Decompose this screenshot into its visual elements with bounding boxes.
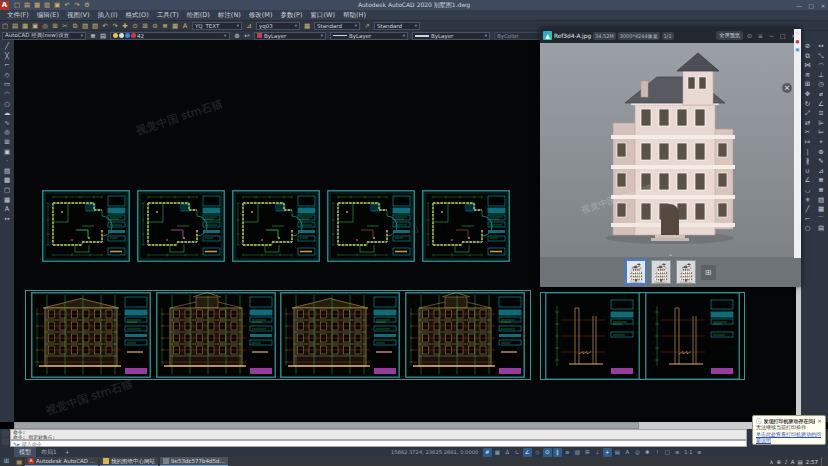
clean-screen-toggle-icon[interactable]: ▢ xyxy=(663,448,672,457)
add-layout-icon[interactable]: + xyxy=(62,447,73,457)
tab-layout1[interactable]: 布局1 xyxy=(36,447,62,457)
array-icon[interactable]: ⊞ xyxy=(803,80,813,90)
open-file-icon[interactable]: ▤ xyxy=(10,21,20,31)
ortho-toggle-icon[interactable]: ∟ xyxy=(513,448,522,457)
tray-expand-icon[interactable]: ∧ xyxy=(770,457,774,466)
hatch-icon[interactable]: ▨ xyxy=(2,167,12,177)
elevation-sheet-2[interactable] xyxy=(156,292,276,378)
command-input[interactable] xyxy=(22,441,746,447)
mark-icon[interactable]: ● xyxy=(796,39,800,44)
new-file-icon[interactable]: ▢ xyxy=(0,21,10,31)
undo-icon[interactable]: ↶ xyxy=(100,21,110,31)
notification-balloon[interactable]: ⓘ 发现打印机驱动存在问题 × 无法继续当前打印操作 单击此处查看打印机驱动的问… xyxy=(752,415,826,445)
viewer-minimize-icon[interactable]: − xyxy=(767,32,776,39)
annotation-monitor-toggle-icon[interactable]: ! xyxy=(653,448,662,457)
menu-item-7[interactable]: 标注(N) xyxy=(214,10,245,20)
dim-angular-icon[interactable]: ∠ xyxy=(816,100,826,110)
elevation-sheet-4[interactable] xyxy=(405,292,525,378)
rotate-icon[interactable]: ↻ xyxy=(803,100,813,110)
taskbar-task-3[interactable]: 9e53dc577b4d5d... xyxy=(160,457,228,466)
redo-icon[interactable]: ↷ xyxy=(110,21,120,31)
menu-item-9[interactable]: 参数(P) xyxy=(276,10,306,20)
thumbnail-grid-icon[interactable]: ⊞ xyxy=(701,265,716,280)
dim-baseline-icon[interactable]: ⊫ xyxy=(816,119,826,129)
break-point-icon[interactable]: ∣ xyxy=(803,148,813,158)
start-button-icon[interactable]: ⊞ xyxy=(0,457,13,466)
paste-icon[interactable]: ▧ xyxy=(80,21,90,31)
volume-icon[interactable]: ♪ xyxy=(784,457,788,466)
fullscreen-preview-button[interactable]: 全屏预览 xyxy=(716,31,743,40)
grid-toggle-icon[interactable]: # xyxy=(483,448,492,457)
dim-style-combo[interactable]: yq03▾ xyxy=(256,22,300,30)
snap-mode-toggle-icon[interactable]: ▦ xyxy=(493,448,502,457)
elevation-sheet-3[interactable] xyxy=(280,292,400,378)
layer-combo[interactable]: 42▾ xyxy=(110,32,230,40)
text-icon[interactable]: A xyxy=(2,205,12,215)
make-block-icon[interactable]: ▣ xyxy=(2,148,12,158)
mleader-style-combo[interactable]: Standard▾ xyxy=(374,22,420,30)
command-history[interactable]: 命令: 命令: 指定对角点: xyxy=(10,429,747,440)
make-current-icon[interactable]: ⊕ xyxy=(232,31,242,41)
plot-preview-icon[interactable]: ◎ xyxy=(40,21,50,31)
revcloud-icon[interactable]: ☁ xyxy=(2,109,12,119)
dim-linear-icon[interactable]: ↔ xyxy=(816,42,826,52)
command-line[interactable]: ✎▸ xyxy=(10,440,747,447)
plan-sheet-1[interactable] xyxy=(42,190,130,262)
table-icon[interactable]: ▦ xyxy=(2,196,12,206)
join-icon[interactable]: ∪ xyxy=(803,167,813,177)
autocad-logo-icon[interactable]: A xyxy=(0,1,9,10)
viewer-edit-panel[interactable]: ✎ ● ▣ xyxy=(794,29,801,258)
arc-icon[interactable]: ◠ xyxy=(2,90,12,100)
undo-icon[interactable]: ↶ xyxy=(62,0,72,10)
spline-icon[interactable]: ∿ xyxy=(2,119,12,129)
save-file-icon[interactable]: ▦ xyxy=(32,0,42,10)
thumbnail-2[interactable] xyxy=(651,260,671,284)
dim-edit-icon[interactable]: ✎ xyxy=(816,157,826,167)
plot-icon[interactable]: ▣ xyxy=(52,0,62,10)
pan-icon[interactable]: ✚ xyxy=(120,21,130,31)
measure-icon[interactable]: ⌒ xyxy=(816,215,826,225)
thumbnail-1[interactable] xyxy=(626,260,646,284)
menu-icon[interactable]: ≡ xyxy=(756,32,765,39)
network-icon[interactable]: ⊕ xyxy=(777,457,782,466)
message-icon[interactable]: ▤ xyxy=(797,457,802,466)
image-close-icon[interactable]: × xyxy=(782,83,792,93)
dim-diameter-icon[interactable]: ⌀ xyxy=(816,90,826,100)
save-as-icon[interactable]: ▥ xyxy=(42,0,52,10)
maximize-icon[interactable]: □ xyxy=(806,2,816,9)
plan-sheet-3[interactable] xyxy=(232,190,320,262)
file-explorer-icon[interactable]: ▤ xyxy=(13,457,25,466)
gradient-icon[interactable]: ▩ xyxy=(2,176,12,186)
menu-item-10[interactable]: 窗口(W) xyxy=(306,10,339,20)
construction-line-icon[interactable]: ╳ xyxy=(2,52,12,62)
text-style-combo[interactable]: YQ_TEXT▾ xyxy=(192,22,242,30)
crop-icon[interactable]: ▣ xyxy=(795,47,799,52)
polygon-icon[interactable]: ◇ xyxy=(2,71,12,81)
tab-model[interactable]: 模型 xyxy=(14,447,36,457)
dim-ordinate-icon[interactable]: ⊥ xyxy=(816,71,826,81)
layer-states-icon[interactable]: ▤ xyxy=(98,31,108,41)
zoom-window-icon[interactable]: ⊞ xyxy=(140,21,150,31)
dimension-icon[interactable]: ↔ xyxy=(2,215,12,225)
customization-menu-icon[interactable]: ≡ xyxy=(695,448,704,457)
lineweight-toggle-icon[interactable]: ≡ xyxy=(563,448,572,457)
designcenter-icon[interactable]: ▦ xyxy=(170,21,180,31)
publish-icon[interactable]: ⊞ xyxy=(50,21,60,31)
section-sheet-group[interactable] xyxy=(540,292,745,380)
annotation-visibility-toggle-icon[interactable]: A xyxy=(623,448,632,457)
match-properties-icon[interactable]: ▨ xyxy=(816,196,826,206)
workspace-icon[interactable]: ⚙ xyxy=(82,0,92,10)
stretch-icon[interactable]: ⇄ xyxy=(803,119,813,129)
show-desktop-button[interactable] xyxy=(821,457,824,466)
table-style-combo[interactable]: Standard▾ xyxy=(314,22,360,30)
dim-arc-icon[interactable]: ◠ xyxy=(816,61,826,71)
notification-link[interactable]: 单击此处查看打印机驱动的问题说明 xyxy=(756,431,822,443)
elevation-sheet-1[interactable] xyxy=(31,292,151,378)
menu-item-2[interactable]: 视图(V) xyxy=(63,10,94,20)
color-combo[interactable]: ByLayer▾ xyxy=(254,32,326,40)
match-properties-icon[interactable]: ▨ xyxy=(90,21,100,31)
layer-properties-icon[interactable]: ≣ xyxy=(88,31,98,41)
minimize-icon[interactable]: — xyxy=(794,2,804,9)
line-icon[interactable]: ╱ xyxy=(2,42,12,52)
list-icon[interactable]: ▤ xyxy=(816,224,826,234)
